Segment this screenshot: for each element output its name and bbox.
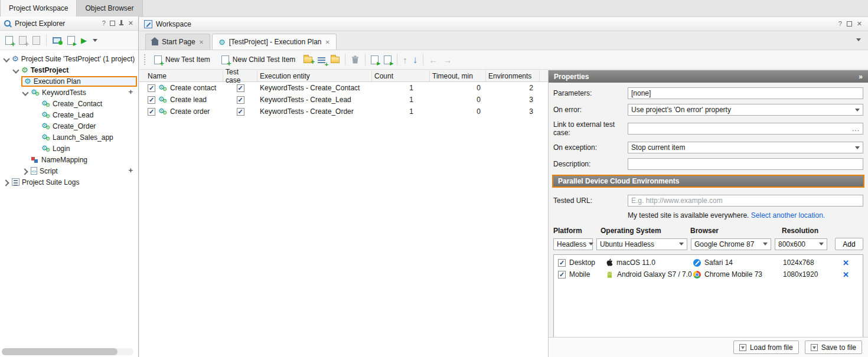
tree-item-execution-plan[interactable]: ⚙ Execution Plan	[0, 76, 138, 87]
on-exception-dropdown[interactable]: Stop current item	[628, 142, 863, 153]
run-dropdown-icon[interactable]	[93, 39, 97, 42]
tree-item-project-suite-logs[interactable]: Project Suite Logs	[0, 176, 138, 188]
count-value[interactable]: 1	[372, 94, 430, 106]
run-selected-item-icon[interactable]	[371, 55, 378, 64]
tree-item-create-order[interactable]: ⚙⚙ Create_Order	[0, 120, 138, 132]
environment-row[interactable]: Mobile Android Galaxy S7 / 7.0 Chrome Mo…	[554, 268, 863, 280]
on-error-dropdown[interactable]: Use project's 'On error' property	[628, 104, 863, 116]
add-new-item-icon[interactable]	[5, 36, 13, 45]
environment-checkbox[interactable]	[558, 259, 566, 267]
move-down-icon[interactable]	[413, 55, 418, 65]
scrollbar-thumb[interactable]	[2, 348, 118, 355]
close-panel-icon[interactable]: ✕	[856, 21, 863, 27]
help-icon[interactable]: ?	[101, 20, 107, 27]
delete-icon[interactable]	[351, 55, 360, 64]
grid-row[interactable]: ⚙⚙Create contact KeywordTests - Create_C…	[139, 82, 548, 94]
browser-dropdown[interactable]: Google Chrome 87	[691, 238, 771, 250]
row-enabled-checkbox[interactable]	[148, 96, 155, 104]
column-header-execution-entity[interactable]: Execution entity	[257, 70, 372, 81]
move-left-icon[interactable]	[429, 55, 438, 64]
count-value[interactable]: 1	[372, 106, 430, 117]
close-panel-icon[interactable]: ✕	[127, 20, 135, 27]
environment-row[interactable]: Desktop macOS 11.0 Safari 14 1024x768 ✕	[554, 257, 863, 268]
tab-start-page[interactable]: Start Page ✕	[145, 34, 210, 50]
move-up-icon[interactable]	[403, 55, 407, 64]
tree-item-testproject[interactable]: ⚙ TestProject	[0, 64, 138, 76]
close-tab-icon[interactable]: ✕	[325, 39, 330, 45]
test-case-checkbox[interactable]	[237, 96, 244, 104]
close-tab-icon[interactable]: ✕	[199, 39, 204, 45]
delete-environment-icon[interactable]: ✕	[843, 270, 849, 279]
tree-item-create-lead[interactable]: ⚙⚙ Create_Lead	[0, 109, 138, 120]
move-right-icon[interactable]	[443, 55, 452, 64]
environment-checkbox[interactable]	[558, 271, 566, 279]
collapse-icon[interactable]	[13, 67, 19, 73]
environments-value[interactable]: 3	[486, 106, 540, 117]
collapse-icon[interactable]	[4, 56, 9, 62]
save-to-file-button[interactable]: Save to file	[805, 340, 862, 354]
platform-dropdown[interactable]: Headless	[553, 238, 593, 250]
load-from-file-button[interactable]: Load from file	[733, 340, 799, 354]
add-script-button[interactable]: +	[128, 166, 133, 174]
float-window-icon[interactable]	[847, 21, 852, 27]
add-keyword-test-button[interactable]: +	[128, 88, 133, 96]
tree-item-script[interactable]: Script +	[0, 165, 138, 176]
tree-item-project-suite[interactable]: ⚙ Project Suite 'TestProject' (1 project…	[0, 53, 138, 64]
new-group-icon[interactable]	[304, 57, 312, 63]
expand-icon[interactable]	[22, 168, 28, 174]
column-header-environments[interactable]: Environments	[486, 70, 540, 81]
new-child-test-item-button[interactable]: New Child Test Item	[218, 54, 298, 66]
pin-icon[interactable]	[118, 20, 124, 27]
link-external-field[interactable]: ...	[628, 123, 863, 135]
export-item-icon[interactable]	[32, 36, 40, 45]
tree-item-login[interactable]: ⚙⚙ Login	[0, 143, 138, 154]
delete-environment-icon[interactable]: ✕	[843, 258, 849, 267]
add-existing-item-icon[interactable]	[19, 36, 27, 45]
grid-row[interactable]: ⚙⚙Create lead KeywordTests - Create_Lead…	[139, 94, 548, 106]
list-view-icon[interactable]	[318, 56, 325, 64]
collapse-panel-icon[interactable]: »	[859, 73, 863, 81]
group-icon[interactable]	[331, 57, 340, 63]
timeout-value[interactable]: 0	[430, 106, 486, 117]
collapse-icon[interactable]	[22, 90, 28, 96]
browse-button[interactable]: ...	[852, 125, 860, 133]
tab-project-workspace[interactable]: Project Workspace	[0, 0, 77, 17]
selected-item-highlight[interactable]: ⚙ Execution Plan	[21, 76, 137, 87]
tree-item-create-contact[interactable]: ⚙⚙ Create_Contact	[0, 98, 138, 109]
run-test-icon[interactable]	[67, 36, 75, 45]
grid-row[interactable]: ⚙⚙Create order KeywordTests - Create_Ord…	[139, 106, 548, 117]
expand-icon[interactable]	[4, 179, 9, 185]
count-value[interactable]: 1	[372, 82, 430, 94]
row-enabled-checkbox[interactable]	[148, 84, 155, 92]
tree-item-launch-sales-app[interactable]: ⚙⚙ Launch_Sales_app	[0, 132, 138, 143]
column-header-test-case[interactable]: Test case	[223, 70, 257, 81]
description-input[interactable]	[628, 158, 863, 170]
run-project-icon[interactable]: ▶	[81, 37, 87, 44]
test-case-checkbox[interactable]	[237, 84, 244, 92]
row-enabled-checkbox[interactable]	[148, 108, 155, 116]
os-dropdown[interactable]: Ubuntu Headless	[596, 238, 687, 250]
parameters-field[interactable]: [none]	[628, 87, 863, 99]
tree-item-namemapping[interactable]: NameMapping	[0, 154, 138, 165]
timeout-value[interactable]: 0	[430, 82, 486, 94]
float-window-icon[interactable]	[110, 21, 115, 26]
tab-execution-plan[interactable]: ⚙ [TestProject] - Execution Plan ✕	[212, 34, 337, 50]
column-header-count[interactable]: Count	[372, 70, 430, 81]
tree-item-keywordtests[interactable]: ⚙⚙ KeywordTests +	[0, 87, 138, 98]
add-environment-button[interactable]: Add	[835, 238, 863, 250]
environments-value[interactable]: 2	[486, 82, 540, 94]
column-header-name[interactable]: Name	[139, 70, 223, 81]
run-execution-plan-icon[interactable]	[384, 55, 391, 64]
new-test-item-button[interactable]: New Test Item	[151, 54, 213, 66]
tab-list-dropdown-icon[interactable]	[856, 38, 861, 41]
resolution-dropdown[interactable]: 800x600	[775, 238, 827, 250]
object-browser-icon[interactable]	[53, 37, 61, 44]
horizontal-scrollbar[interactable]	[2, 348, 133, 355]
test-case-checkbox[interactable]	[237, 108, 244, 116]
environments-value[interactable]: 3	[486, 94, 540, 106]
help-icon[interactable]: ?	[837, 21, 843, 27]
column-header-timeout[interactable]: Timeout, min	[430, 70, 486, 81]
timeout-value[interactable]: 0	[430, 94, 486, 106]
tab-object-browser[interactable]: Object Browser	[77, 0, 142, 17]
tested-url-input[interactable]	[628, 195, 863, 207]
